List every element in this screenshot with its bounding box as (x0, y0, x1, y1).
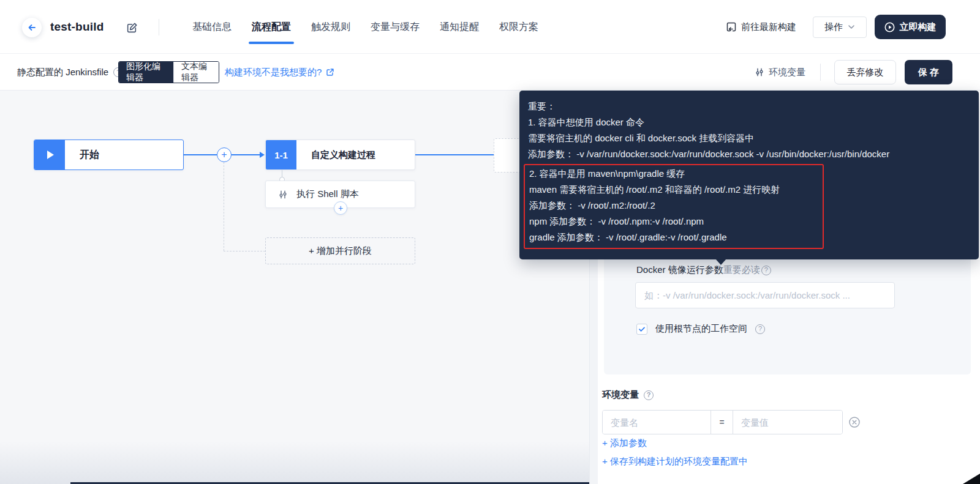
header-actions: 前往最新构建 操作 立即构建 (726, 0, 946, 54)
stage-node-badge: 1-1 (266, 140, 296, 169)
jenkinsfile-mode-text: 静态配置的 Jenkinsfile (17, 67, 108, 78)
build-env-help-link[interactable]: 构建环境不是我想要的? (225, 54, 334, 91)
build-now-label: 立即构建 (900, 21, 937, 33)
tab-notifications[interactable]: 通知提醒 (439, 18, 480, 36)
header: test-build 基础信息 流程配置 触发规则 变量与缓存 通知提醒 权限方… (0, 0, 980, 54)
root-workspace-checkbox[interactable] (636, 324, 647, 335)
help-icon[interactable]: ? (755, 324, 765, 334)
docker-args-tooltip: 重要： 1. 容器中想使用 docker 命令 需要将宿主机的 docker c… (519, 91, 979, 259)
docker-args-label: Docker 镜像运行参数 (636, 264, 723, 276)
actions-dropdown-button[interactable]: 操作 (813, 17, 867, 38)
tab-basic-info[interactable]: 基础信息 (191, 18, 233, 36)
connector-line (415, 154, 494, 155)
go-latest-build-label: 前往最新构建 (741, 21, 796, 33)
go-latest-build-link[interactable]: 前往最新构建 (726, 21, 796, 33)
tooltip-line: 添加参数： -v /var/run/docker.sock:/var/run/d… (528, 146, 970, 162)
sliders-icon (755, 67, 764, 77)
connector-line (184, 154, 217, 155)
tooltip-line: 2. 容器中是用 maven\npm\gradle 缓存 (529, 166, 818, 182)
tab-trigger-rules[interactable]: 触发规则 (310, 18, 352, 36)
add-param-link[interactable]: + 添加参数 (602, 437, 647, 449)
editor-toolbar: 静态配置的 Jenkinsfile ? 图形化编辑器 文本编辑器 构建环境不是我… (0, 54, 980, 91)
start-node-badge (34, 140, 65, 169)
tooltip-highlight-box: 2. 容器中是用 maven\npm\gradle 缓存 maven 需要将宿主… (524, 164, 824, 249)
editor-mode-switch: 图形化编辑器 文本编辑器 (118, 61, 219, 83)
save-to-plan-link[interactable]: + 保存到构建计划的环境变量配置中 (602, 456, 748, 467)
env-vars-toggle[interactable]: 环境变量 (755, 67, 805, 78)
env-vars-section-title: 环境变量 ? (602, 389, 654, 401)
tooltip-arrow (715, 259, 726, 265)
tab-permissions[interactable]: 权限方案 (498, 18, 540, 36)
graphic-editor-button[interactable]: 图形化编辑器 (119, 62, 173, 83)
discard-changes-button[interactable]: 丢弃修改 (834, 60, 896, 84)
add-step-button[interactable]: + (334, 201, 347, 215)
build-plan-config-page: test-build 基础信息 流程配置 触发规则 变量与缓存 通知提醒 权限方… (0, 0, 980, 484)
tooltip-line: 重要： (528, 99, 970, 114)
stage-badge-text: 1-1 (274, 150, 288, 160)
header-tabs: 基础信息 流程配置 触发规则 变量与缓存 通知提醒 权限方案 (191, 0, 540, 54)
step-connector-line (282, 170, 282, 177)
sliders-icon (278, 190, 288, 199)
arrow-left-icon (27, 23, 37, 32)
tooltip-line: npm 添加参数： -v /root/.npm:-v /root/.npm (529, 214, 818, 229)
tooltip-line: 添加参数： -v /root/.m2:/root/.2 (529, 198, 818, 214)
header-divider (159, 19, 159, 35)
tab-vars-cache[interactable]: 变量与缓存 (369, 18, 421, 36)
actions-label: 操作 (824, 21, 843, 33)
pipeline-canvas: 开始 + 1-1 自定义构建过程 执行 Shell 脚本 + + 增加并行阶段 (0, 91, 589, 484)
toolbar-divider (820, 64, 821, 81)
docker-args-label-row: Docker 镜像运行参数 重要必读 ? (636, 264, 771, 276)
add-parallel-stage-button[interactable]: + 增加并行阶段 (265, 237, 415, 264)
env-var-name-input[interactable] (603, 411, 710, 434)
toolbar-right: 环境变量 丢弃修改 保 存 (755, 54, 952, 91)
tooltip-line: gradle 添加参数： -v /root/.gradle:-v /root/.… (529, 229, 818, 245)
text-editor-button[interactable]: 文本编辑器 (173, 62, 219, 83)
play-circle-icon (884, 22, 895, 32)
env-vars-label: 环境变量 (769, 67, 805, 78)
dashed-connector-vertical (224, 162, 224, 251)
tab-pipeline-config[interactable]: 流程配置 (251, 18, 292, 36)
stage-node[interactable]: 1-1 自定义构建过程 (265, 140, 415, 170)
add-stage-button[interactable]: + (217, 147, 232, 162)
equals-separator: = (710, 411, 733, 434)
save-button[interactable]: 保 存 (905, 60, 952, 84)
canvas-bottom-fade (0, 441, 589, 484)
stage-node-title: 自定义构建过程 (311, 149, 375, 161)
edit-title-icon[interactable] (126, 22, 138, 34)
cursor-artifact (963, 474, 980, 484)
help-icon[interactable]: ? (761, 266, 771, 275)
build-env-help-text: 构建环境不是我想要的? (225, 67, 322, 78)
root-workspace-label: 使用根节点的工作空间 (655, 323, 747, 335)
goto-build-icon (726, 21, 737, 32)
root-workspace-row: 使用根节点的工作空间 ? (636, 323, 765, 335)
docker-args-input[interactable] (635, 282, 895, 308)
build-now-button[interactable]: 立即构建 (875, 15, 946, 39)
tooltip-line: 需要将宿主机的 docker cli 和 docker.sock 挂载到容器中 (528, 130, 970, 146)
shell-step-label: 执行 Shell 脚本 (296, 188, 359, 200)
play-icon (47, 151, 54, 159)
connector-line (232, 154, 260, 155)
tooltip-line: maven 需要将宿主机的 /root/.m2 和容器的 /root/.m2 进… (529, 182, 818, 198)
help-icon[interactable]: ? (644, 390, 654, 400)
jenkinsfile-mode-label: 静态配置的 Jenkinsfile ? (17, 54, 123, 91)
tooltip-line: 1. 容器中想使用 docker 命令 (528, 114, 970, 130)
external-link-icon (326, 68, 334, 76)
env-var-value-input[interactable] (733, 411, 842, 434)
docker-args-must-read[interactable]: 重要必读 (723, 264, 760, 276)
back-button[interactable] (22, 18, 42, 37)
env-var-row: = (602, 410, 843, 434)
dashed-connector-horizontal (224, 251, 265, 251)
remove-env-var-icon[interactable] (848, 416, 861, 428)
connector-arrowhead (260, 152, 265, 158)
start-node-label: 开始 (80, 149, 99, 162)
page-title: test-build (50, 20, 104, 34)
env-vars-title-text: 环境变量 (602, 389, 639, 401)
start-node[interactable]: 开始 (34, 140, 184, 170)
chevron-down-icon (848, 23, 855, 31)
